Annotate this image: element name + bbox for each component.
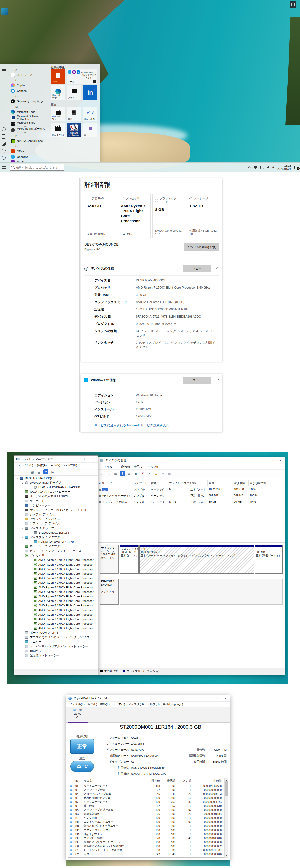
toolbar-icon[interactable]: ▣ [133,471,139,476]
toolbar-icon[interactable]: ▤ [37,469,42,474]
volume-row[interactable]: (C:) シンプル ベーシック NTFS 正常 (ブート... 1862.39 … [98,487,284,493]
column-header[interactable]: 種類 [150,480,168,486]
tile-edge[interactable]: Microsoft Edge [51,85,65,100]
smart-row[interactable]: 01 リードエラーレート 118 99 6 00000AF60A38 [68,784,225,788]
smart-row[interactable]: 09 使用時間 57 57 0 000000009510 [68,804,225,808]
menu-item[interactable]: テーマ(T) [112,703,126,706]
close-button[interactable]: × [90,456,98,463]
collapse-icon[interactable] [216,267,219,270]
smart-row[interactable]: BD High Fly Writes 100 100 0 00000000000… [68,832,225,836]
partition-recovery[interactable]: 589 MB 正常 (回復パーティション) [255,545,283,574]
toolbar-icon[interactable]: ▥ [167,471,172,476]
device-tree-item[interactable]: › ネットワーク アダプター [15,544,98,549]
menu-item[interactable]: 操作(A) [119,465,132,469]
menu-item[interactable]: ヘルプ(H) [62,464,79,467]
app-section-header[interactable]: C [7,78,51,83]
app-list-item[interactable]: NVIDIA Control Panel [7,138,51,144]
menu-item[interactable]: ヘルプ(H) [146,465,162,469]
title-bar[interactable]: ディスクの管理 – □ × [98,457,285,464]
settings-icon[interactable] [2,149,6,153]
app-section-header[interactable]: G [7,94,51,99]
device-tree-item[interactable]: › セキュリティ デバイス [15,517,98,522]
expander-icon[interactable]: ∨ [22,527,25,530]
toolbar-icon[interactable]: ○ [160,471,166,476]
temperature-button[interactable]: 22 °C [70,761,94,772]
settings-scrollbar[interactable] [79,178,80,433]
device-tree-item[interactable]: AMD Ryzen 7 1700X Eight-Core Processor [15,621,98,626]
expander-icon[interactable]: › [22,509,25,512]
column-header[interactable]: 空き領域の割... [249,480,270,486]
menu-item[interactable]: 表示(V) [132,465,145,469]
device-tree-item[interactable]: › ソフトウェア デバイス [15,522,98,526]
device-tree-item[interactable]: ∨ ディスプレイ アダプター [15,535,98,539]
device-tree-item[interactable]: AMD Ryzen 7 1700X Eight-Core Processor [15,585,98,590]
device-tree-item[interactable]: HL-DT-ST DVDRAM GH24NSD1 [15,485,98,490]
column-header[interactable]: 空き領域 [233,480,249,486]
toolbar-icon[interactable]: ← [17,469,22,474]
app-section-header[interactable]: M [7,104,51,109]
device-spec-header[interactable]: i デバイスの仕様 [85,267,114,271]
device-tree-item[interactable]: › オーディオの入力および出力 [15,494,98,499]
scroll-down-icon[interactable] [225,854,228,858]
device-tree-item[interactable]: AMD Ryzen 7 1700X Eight-Core Processor [15,613,98,617]
expander-icon[interactable]: › [22,545,25,548]
smart-row[interactable]: BC コマンドタイムアウト 100 100 0 000000000000 [68,828,225,832]
menu-item[interactable]: 表示(V) [49,464,62,467]
device-tree-item[interactable]: › ヒューマン インターフェイス デバイス [15,549,98,553]
smart-table-scrollbar[interactable] [224,778,228,858]
toolbar-icon[interactable]: ▲ [154,471,159,476]
hamburger-icon[interactable] [2,67,6,71]
volume-icon[interactable] [267,166,269,169]
app-list-item[interactable]: OneNote [7,160,51,162]
tile-play[interactable]: 遊ぶ [83,123,97,137]
rename-pc-button[interactable]: この PC の名前を変更 [184,244,219,251]
app-list-item[interactable]: 3D ビューアー [7,72,51,78]
menu-item[interactable]: 機能(F) [99,703,111,706]
start-button[interactable] [2,166,6,169]
toolbar-icon[interactable]: ? [43,469,49,474]
menu-item[interactable]: 操作(A) [35,464,49,467]
toolbar-icon[interactable]: → [23,469,28,474]
minimize-button[interactable]: – [72,456,81,463]
app-list-item[interactable]: Cortana [7,88,51,94]
toolbar-icon[interactable]: ↻ [57,469,62,474]
cdrom-info-panel[interactable]: CD-ROM 0 DVD (E:) メディアなし [100,579,119,605]
maximize-button[interactable]: □ [81,456,90,463]
device-tree-item[interactable]: AMD Ryzen 7 1700X Eight-Core Processor [15,567,98,571]
smart-row[interactable]: C2 温度 22 40 0 000000000016 [68,852,225,857]
toolbar-icon[interactable]: → [107,471,112,476]
smart-row[interactable]: 05 代替処理済のセクタ数 100 100 10 000000000000 [68,796,225,800]
device-tree-item[interactable]: AMD Ryzen 7 1700X Eight-Core Processor [15,603,98,608]
disk-tab[interactable]: 正常 22 °C C: [67,707,88,723]
smart-row[interactable]: 0C 電源投入回数 96 96 20 00000000118B [68,812,225,816]
pictures-icon[interactable] [2,142,6,146]
title-bar[interactable]: CrystalDiskInfo 9.7.2 x64 – □ × [66,695,230,702]
minimize-button[interactable]: – [204,695,213,702]
search-input[interactable] [10,164,64,171]
expander-icon[interactable]: › [22,513,25,516]
column-header[interactable]: ファイル システム [168,480,189,486]
expander-icon[interactable]: ∨ [17,477,20,480]
tile-store[interactable]: Microsoft Store [51,107,65,121]
smart-row[interactable]: BB 報告された訂正不可能エラー 100 100 0 000000000000 [68,824,225,828]
user-icon[interactable] [2,127,6,131]
partition-system-reserved[interactable]: システムで予約済 50 MB NTFS 正常 (システム, ア... [120,545,139,574]
title-bar[interactable]: デバイス マネージャー – □ × [14,456,98,463]
device-tree-item[interactable]: › キーボード [15,499,98,503]
device-tree-item[interactable]: AMD Ryzen 7 1700X Eight-Core Processor [15,581,98,585]
app-list-item[interactable]: Copilot [7,83,51,88]
device-tree-item[interactable]: AMD Ryzen 7 1700X Eight-Core Processor [15,594,98,599]
menu-item[interactable]: ファイル(F) [16,464,35,467]
expander-icon[interactable]: › [22,654,25,657]
scroll-up-icon[interactable] [225,778,228,781]
network-icon[interactable] [261,166,264,169]
device-tree-item[interactable]: AMD Ryzen 7 1700X Eight-Core Processor [15,562,98,567]
expander-icon[interactable]: ∨ [22,554,25,557]
smart-row[interactable]: 0A スピンアップ再試行回数 100 100 97 000000000000 [68,808,225,812]
menu-item[interactable]: 言語(Language) [161,703,184,706]
expander-icon[interactable]: › [22,645,25,648]
windows-spec-header[interactable]: Windows の仕様 [85,378,116,382]
power-icon[interactable] [2,156,6,160]
device-tree-item[interactable]: › システム デバイス [15,513,98,517]
app-list-item[interactable]: Mixed Reality ポータル システム [7,127,51,133]
